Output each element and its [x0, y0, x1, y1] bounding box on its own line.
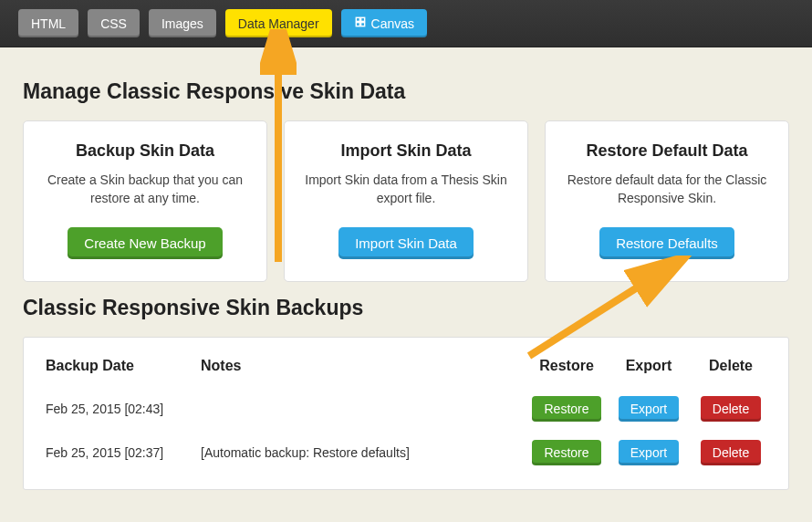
- table-row: Feb 25, 2015 [02:43] Restore Export Dele…: [40, 387, 772, 431]
- restore-defaults-button[interactable]: Restore Defaults: [599, 227, 734, 259]
- tab-canvas[interactable]: Canvas: [341, 9, 427, 37]
- cell-notes: [195, 387, 526, 431]
- restore-button[interactable]: Restore: [532, 440, 600, 465]
- cell-notes: [Automatic backup: Restore defaults]: [195, 431, 526, 475]
- card-backup-desc: Create a Skin backup that you can restor…: [40, 172, 250, 207]
- card-restore-desc: Restore default data for the Classic Res…: [562, 172, 772, 207]
- canvas-icon: [354, 16, 367, 31]
- create-new-backup-button[interactable]: Create New Backup: [68, 227, 222, 259]
- export-button[interactable]: Export: [619, 396, 679, 422]
- heading-backups: Classic Responsive Skin Backups: [23, 296, 789, 320]
- card-restore-title: Restore Default Data: [562, 141, 772, 161]
- th-delete: Delete: [690, 350, 772, 387]
- card-import-title: Import Skin Data: [301, 141, 511, 161]
- delete-button[interactable]: Delete: [701, 440, 761, 465]
- table-row: Feb 25, 2015 [02:37] [Automatic backup: …: [40, 431, 772, 475]
- tab-html[interactable]: HTML: [18, 9, 78, 37]
- svg-rect-0: [356, 17, 359, 21]
- th-notes: Notes: [195, 350, 526, 387]
- restore-button[interactable]: Restore: [532, 396, 600, 422]
- card-backup: Backup Skin Data Create a Skin backup th…: [23, 120, 267, 282]
- top-tabs: HTML CSS Images Data Manager Canvas: [0, 0, 812, 47]
- card-restore: Restore Default Data Restore default dat…: [545, 120, 789, 282]
- backups-table: Backup Date Notes Restore Export Delete …: [40, 350, 772, 475]
- cell-date: Feb 25, 2015 [02:43]: [40, 387, 195, 431]
- svg-rect-1: [360, 17, 364, 21]
- tab-css[interactable]: CSS: [88, 9, 140, 37]
- tab-canvas-label: Canvas: [371, 16, 414, 31]
- svg-rect-2: [356, 23, 359, 26]
- delete-button[interactable]: Delete: [701, 396, 761, 422]
- cards-row: Backup Skin Data Create a Skin backup th…: [23, 120, 789, 282]
- heading-manage: Manage Classic Responsive Skin Data: [23, 79, 789, 104]
- card-import: Import Skin Data Import Skin data from a…: [284, 120, 528, 282]
- backups-table-wrap: Backup Date Notes Restore Export Delete …: [23, 337, 789, 490]
- import-skin-data-button[interactable]: Import Skin Data: [338, 227, 474, 259]
- tab-data-manager[interactable]: Data Manager: [225, 9, 332, 37]
- export-button[interactable]: Export: [619, 440, 679, 465]
- th-restore: Restore: [526, 350, 608, 387]
- card-backup-title: Backup Skin Data: [40, 141, 250, 161]
- tab-images[interactable]: Images: [149, 9, 216, 37]
- svg-rect-3: [360, 23, 364, 26]
- th-date: Backup Date: [40, 350, 195, 387]
- card-import-desc: Import Skin data from a Thesis Skin expo…: [301, 172, 511, 207]
- th-export: Export: [608, 350, 690, 387]
- cell-date: Feb 25, 2015 [02:37]: [40, 431, 195, 475]
